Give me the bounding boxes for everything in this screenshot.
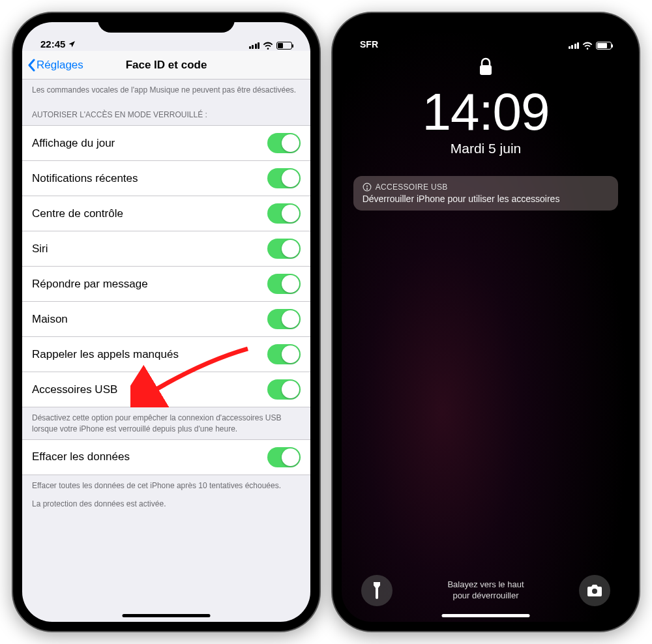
back-button[interactable]: Réglages (27, 59, 83, 72)
camera-button[interactable] (579, 575, 610, 606)
usb-notification[interactable]: ACCESSOIRE USB Déverrouiller iPhone pour… (353, 176, 619, 211)
home-indicator[interactable] (123, 614, 211, 617)
cell-label: Accessoires USB (32, 383, 117, 396)
swipe-hint: Balayez vers le haut pour déverrouiller (393, 579, 579, 602)
switch[interactable] (267, 168, 301, 188)
toggle-usb-accessories[interactable]: Accessoires USB (22, 372, 310, 407)
switch[interactable] (267, 309, 301, 329)
cell-label: Maison (32, 313, 68, 326)
switch[interactable] (267, 203, 301, 224)
wifi-icon (582, 42, 593, 50)
lock-icon (478, 57, 494, 80)
notch (417, 13, 554, 33)
cell-label: Notifications récentes (32, 172, 138, 185)
switch[interactable] (267, 274, 301, 294)
carrier-label: SFR (360, 39, 378, 50)
chevron-left-icon (27, 59, 35, 72)
home-indicator[interactable] (442, 614, 530, 617)
voice-commands-footer: Les commandes vocales de l'app Musique n… (22, 80, 310, 100)
battery-icon (276, 42, 292, 50)
allow-access-header: AUTORISER L'ACCÈS EN MODE VERROUILLÉ : (22, 100, 310, 125)
phone-left: 22:45 Réglages Face ID et code (13, 13, 319, 631)
location-icon (68, 40, 76, 48)
switch[interactable] (267, 447, 301, 467)
svg-point-3 (366, 188, 367, 189)
switch[interactable] (267, 239, 301, 259)
toggle-reply-message[interactable]: Répondre par message (22, 266, 310, 301)
cell-label: Affichage du jour (32, 137, 115, 150)
lock-date: Mardi 5 juin (451, 141, 522, 156)
signal-icon (249, 42, 260, 49)
notch (98, 13, 235, 33)
svg-point-4 (592, 589, 597, 594)
switch[interactable] (267, 133, 301, 153)
toggle-recent-notifications[interactable]: Notifications récentes (22, 160, 310, 196)
notification-title: ACCESSOIRE USB (376, 183, 448, 192)
cell-label: Centre de contrôle (32, 207, 123, 220)
flashlight-button[interactable] (361, 575, 393, 606)
toggle-erase-data[interactable]: Effacer les données (22, 439, 310, 475)
toggle-control-center[interactable]: Centre de contrôle (22, 196, 310, 231)
cell-label: Répondre par message (32, 278, 148, 291)
toggle-siri[interactable]: Siri (22, 231, 310, 266)
lock-time: 14:09 (422, 86, 549, 138)
signal-icon (569, 42, 580, 49)
switch[interactable] (267, 379, 301, 400)
toggle-home[interactable]: Maison (22, 301, 310, 336)
wifi-icon (263, 42, 273, 50)
switch[interactable] (267, 344, 301, 364)
battery-icon (596, 42, 612, 50)
flashlight-icon (371, 582, 383, 599)
phone-right: SFR 14:09 Mardi 5 juin (333, 13, 639, 631)
cell-label: Siri (32, 242, 48, 256)
camera-icon (587, 584, 602, 597)
erase-footer: Effacer toutes les données de cet iPhone… (22, 475, 310, 514)
toggle-today-view[interactable]: Affichage du jour (22, 125, 310, 160)
nav-bar: Réglages Face ID et code (22, 51, 310, 80)
status-time: 22:45 (40, 38, 65, 50)
svg-rect-0 (480, 65, 492, 75)
back-label: Réglages (37, 59, 83, 72)
usb-footer: Désactivez cette option pour empêcher la… (22, 407, 310, 439)
cell-label: Rappeler les appels manqués (32, 348, 179, 361)
cell-label: Effacer les données (32, 450, 130, 463)
alert-icon (363, 183, 372, 192)
toggle-return-calls[interactable]: Rappeler les appels manqués (22, 336, 310, 372)
notification-body: Déverrouiller iPhone pour utiliser les a… (363, 194, 610, 204)
